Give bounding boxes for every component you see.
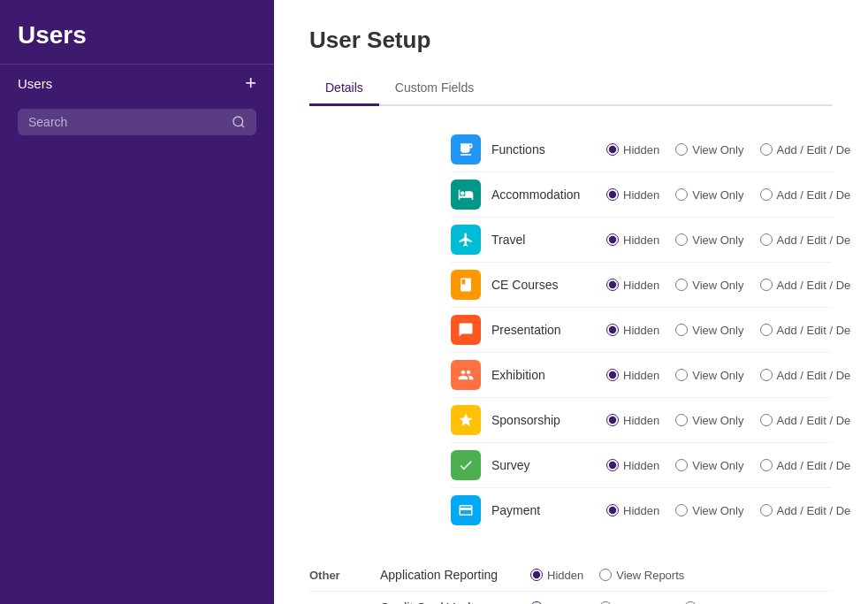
- exhibition-options: Hidden View Only Add / Edit / De: [606, 369, 850, 382]
- ce-courses-add-edit[interactable]: Add / Edit / De: [760, 279, 851, 292]
- accommodation-hidden[interactable]: Hidden: [606, 188, 659, 202]
- permission-row-ce-courses: CE Courses Hidden View Only Add / Edit /…: [451, 263, 833, 308]
- travel-view-only[interactable]: View Only: [675, 233, 743, 247]
- app-reporting-options: Hidden View Reports: [530, 569, 833, 582]
- page-title: User Setup: [309, 27, 833, 54]
- travel-label: Travel: [491, 233, 606, 247]
- permission-row-functions: Functions Hidden View Only Add / Edit / …: [451, 127, 833, 172]
- exhibition-icon: [451, 360, 481, 390]
- accommodation-add-edit[interactable]: Add / Edit / De: [760, 188, 851, 202]
- accommodation-options: Hidden View Only Add / Edit / De: [606, 188, 850, 202]
- accommodation-view-only[interactable]: View Only: [675, 188, 743, 202]
- search-icon: [232, 115, 246, 129]
- svg-point-0: [233, 117, 243, 126]
- tab-custom-fields[interactable]: Custom Fields: [379, 72, 490, 106]
- sidebar-header: Users: [0, 0, 274, 64]
- payment-label: Payment: [491, 503, 606, 517]
- presentation-hidden[interactable]: Hidden: [606, 324, 659, 337]
- travel-options: Hidden View Only Add / Edit / De: [606, 233, 850, 247]
- survey-add-edit[interactable]: Add / Edit / De: [760, 459, 851, 472]
- presentation-add-edit[interactable]: Add / Edit / De: [760, 324, 851, 337]
- payment-icon: [451, 495, 481, 525]
- travel-hidden[interactable]: Hidden: [606, 233, 659, 247]
- survey-hidden[interactable]: Hidden: [606, 459, 659, 472]
- app-reporting-hidden[interactable]: Hidden: [530, 569, 583, 582]
- ce-courses-icon: [451, 270, 481, 300]
- other-row-credit-card: Credit Card Vault Hidden View Only Edit …: [309, 592, 833, 604]
- svg-line-1: [241, 125, 244, 127]
- exhibition-view-only[interactable]: View Only: [675, 369, 743, 382]
- exhibition-add-edit[interactable]: Add / Edit / De: [760, 369, 851, 382]
- travel-add-edit[interactable]: Add / Edit / De: [760, 233, 851, 247]
- ce-courses-hidden[interactable]: Hidden: [606, 279, 659, 292]
- other-section-label: Other: [309, 569, 380, 582]
- sponsorship-label: Sponsorship: [491, 413, 606, 427]
- payment-add-edit[interactable]: Add / Edit / De: [760, 504, 851, 517]
- ce-courses-label: CE Courses: [491, 278, 606, 292]
- credit-card-edit-delete[interactable]: Edit / Delete: [684, 601, 764, 605]
- permissions-list: Functions Hidden View Only Add / Edit / …: [451, 127, 833, 532]
- search-container: [18, 109, 256, 135]
- functions-view-only[interactable]: View Only: [675, 143, 743, 157]
- functions-add-edit[interactable]: Add / Edit / De: [760, 143, 851, 157]
- sidebar-users-row: Users +: [0, 64, 274, 102]
- sidebar: Users Users +: [0, 0, 274, 604]
- presentation-label: Presentation: [491, 323, 606, 337]
- permission-row-exhibition: Exhibition Hidden View Only Add / Edit /…: [451, 353, 833, 398]
- permission-row-survey: Survey Hidden View Only Add / Edit / De: [451, 443, 833, 488]
- accommodation-label: Accommodation: [491, 187, 606, 202]
- presentation-view-only[interactable]: View Only: [675, 324, 743, 337]
- payment-hidden[interactable]: Hidden: [606, 504, 659, 517]
- credit-card-view-only[interactable]: View Only: [599, 601, 667, 605]
- main-content: User Setup Details Custom Fields Functio…: [274, 0, 868, 604]
- presentation-options: Hidden View Only Add / Edit / De: [606, 324, 850, 337]
- sidebar-users-label: Users: [18, 76, 52, 91]
- tab-details[interactable]: Details: [309, 72, 379, 106]
- accommodation-icon: [451, 180, 481, 210]
- survey-options: Hidden View Only Add / Edit / De: [606, 459, 850, 472]
- ce-courses-view-only[interactable]: View Only: [675, 279, 743, 292]
- survey-view-only[interactable]: View Only: [675, 459, 743, 472]
- survey-label: Survey: [491, 458, 606, 472]
- ce-courses-options: Hidden View Only Add / Edit / De: [606, 279, 850, 292]
- app-reporting-label: Application Reporting: [380, 568, 530, 582]
- add-user-button[interactable]: +: [245, 73, 256, 93]
- credit-card-hidden[interactable]: Hidden: [530, 601, 583, 605]
- credit-card-options: Hidden View Only Edit / Delete: [530, 601, 833, 605]
- sponsorship-options: Hidden View Only Add / Edit / De: [606, 414, 850, 427]
- credit-card-label: Credit Card Vault: [380, 600, 530, 604]
- permission-row-sponsorship: Sponsorship Hidden View Only Add / Edit …: [451, 398, 833, 443]
- permission-row-travel: Travel Hidden View Only Add / Edit / De: [451, 218, 833, 263]
- permission-row-payment: Payment Hidden View Only Add / Edit / De: [451, 488, 833, 532]
- survey-icon: [451, 450, 481, 480]
- functions-icon: [451, 134, 481, 164]
- functions-hidden[interactable]: Hidden: [606, 143, 659, 157]
- sponsorship-add-edit[interactable]: Add / Edit / De: [760, 414, 851, 427]
- payment-view-only[interactable]: View Only: [675, 504, 743, 517]
- permission-row-presentation: Presentation Hidden View Only Add / Edit…: [451, 308, 833, 353]
- functions-options: Hidden View Only Add / Edit / De: [606, 143, 850, 157]
- presentation-icon: [451, 315, 481, 345]
- sponsorship-hidden[interactable]: Hidden: [606, 414, 659, 427]
- search-input[interactable]: [28, 115, 232, 129]
- permission-row-accommodation: Accommodation Hidden View Only Add / Edi…: [451, 172, 833, 218]
- functions-label: Functions: [491, 142, 606, 157]
- sidebar-title: Users: [18, 21, 256, 50]
- other-section: Other Application Reporting Hidden View …: [309, 559, 833, 604]
- payment-options: Hidden View Only Add / Edit / De: [606, 504, 850, 517]
- travel-icon: [451, 225, 481, 255]
- exhibition-label: Exhibition: [491, 368, 606, 382]
- sponsorship-view-only[interactable]: View Only: [675, 414, 743, 427]
- app-reporting-view-reports[interactable]: View Reports: [599, 569, 684, 582]
- sponsorship-icon: [451, 405, 481, 435]
- other-row-app-reporting: Other Application Reporting Hidden View …: [309, 559, 833, 592]
- exhibition-hidden[interactable]: Hidden: [606, 369, 659, 382]
- tabs-bar: Details Custom Fields: [309, 72, 833, 106]
